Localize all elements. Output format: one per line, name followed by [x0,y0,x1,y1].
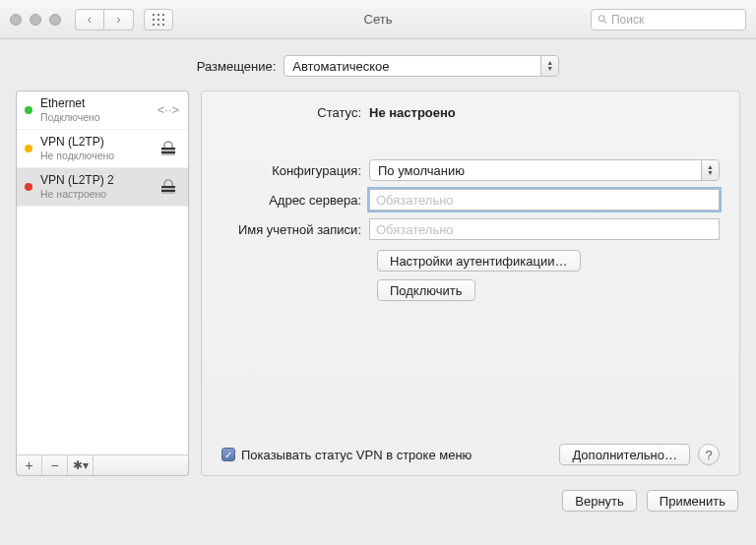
window-title: Сеть [364,12,393,27]
add-service-button[interactable]: + [17,455,42,475]
svg-rect-2 [162,14,164,16]
service-item-ethernet[interactable]: Ethernet Подключено <··> [17,91,188,130]
service-status: Не подключено [40,150,149,161]
status-value: Не настроено [369,105,720,120]
svg-rect-12 [161,148,175,150]
help-button[interactable]: ? [698,444,720,465]
config-value: По умолчанию [378,163,465,178]
titlebar: ‹ › Сеть [0,0,756,39]
svg-rect-16 [161,190,175,192]
svg-rect-7 [158,24,159,26]
server-input[interactable] [369,189,720,211]
lock-icon [157,139,180,158]
forward-button[interactable]: › [104,9,134,30]
status-dot [25,106,32,114]
location-label: Размещение: [197,59,277,74]
service-action-menu[interactable]: ✱▾ [68,455,94,475]
checkmark-icon: ✓ [221,448,235,461]
window-controls [10,14,61,26]
content: Ethernet Подключено <··> VPN (L2TP) Не п… [0,91,756,476]
grid-icon [153,14,164,26]
account-input[interactable] [369,218,720,240]
account-label: Имя учетной записи: [221,222,369,237]
connect-button[interactable]: Подключить [377,279,475,301]
show-all-button[interactable] [144,9,173,30]
service-status: Не настроено [40,188,149,200]
chevron-updown-icon: ▲▼ [540,56,558,76]
detail-panel: Статус: Не настроено Конфигурация: По ум… [201,91,740,476]
status-label: Статус: [221,105,369,120]
svg-rect-5 [162,19,164,21]
location-row: Размещение: Автоматическое ▲▼ [0,39,756,91]
sidebar: Ethernet Подключено <··> VPN (L2TP) Не п… [16,91,189,476]
service-toolbar: + − ✱▾ [16,454,189,476]
service-item-vpn2[interactable]: VPN (L2TP) 2 Не настроено [17,168,188,207]
svg-rect-1 [158,14,159,16]
svg-rect-6 [153,24,155,26]
svg-line-10 [604,21,606,23]
svg-rect-3 [153,19,155,21]
config-label: Конфигурация: [221,163,369,178]
search-input[interactable] [611,13,739,27]
server-label: Адрес сервера: [221,193,369,208]
advanced-button[interactable]: Дополнительно… [559,444,690,465]
svg-rect-8 [162,24,164,26]
status-dot [25,183,32,191]
show-vpn-label: Показывать статус VPN в строке меню [241,448,472,462]
close-icon[interactable] [10,14,22,26]
svg-rect-4 [158,19,159,21]
apply-button[interactable]: Применить [647,490,738,512]
nav-buttons: ‹ › [75,9,134,30]
bottom-bar: Вернуть Применить [0,476,756,512]
show-vpn-checkbox[interactable]: ✓ Показывать статус VPN в строке меню [221,448,472,462]
search-icon [598,14,607,25]
search-field[interactable] [591,9,746,30]
status-dot [25,145,32,152]
back-button[interactable]: ‹ [75,9,104,30]
svg-rect-15 [161,186,175,188]
service-item-vpn1[interactable]: VPN (L2TP) Не подключено [17,130,188,168]
location-select[interactable]: Автоматическое ▲▼ [284,55,559,77]
remove-service-button[interactable]: − [42,455,68,475]
service-status: Подключено [40,111,149,123]
service-name: VPN (L2TP) 2 [40,174,149,188]
link-icon: <··> [157,100,180,120]
location-value: Автоматическое [292,59,389,74]
detail-footer: ✓ Показывать статус VPN в строке меню До… [221,444,720,465]
zoom-icon[interactable] [49,14,61,26]
auth-settings-button[interactable]: Настройки аутентификации… [377,250,581,272]
svg-point-9 [598,16,604,22]
service-name: VPN (L2TP) [40,136,149,150]
chevron-updown-icon: ▲▼ [701,160,719,180]
service-name: Ethernet [40,97,149,111]
lock-icon [157,177,180,197]
service-list: Ethernet Подключено <··> VPN (L2TP) Не п… [16,91,189,454]
config-select[interactable]: По умолчанию ▲▼ [369,159,720,181]
minimize-icon[interactable] [30,14,41,26]
svg-rect-0 [153,14,155,16]
revert-button[interactable]: Вернуть [562,490,637,512]
svg-rect-13 [161,151,175,153]
